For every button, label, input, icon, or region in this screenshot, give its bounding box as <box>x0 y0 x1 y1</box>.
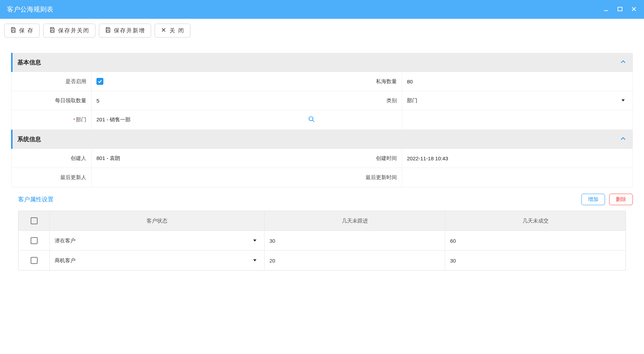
subtable-title: 客户属性设置 <box>18 195 54 203</box>
svg-rect-7 <box>51 30 53 32</box>
svg-point-13 <box>309 117 313 121</box>
toolbar: 保 存 保存并关闭 保存并新增 关 闭 <box>0 19 644 42</box>
search-icon[interactable] <box>308 116 315 124</box>
days-no-follow-input[interactable]: 20 <box>265 251 445 270</box>
svg-rect-4 <box>12 27 14 29</box>
section-basic-header[interactable]: 基本信息 <box>11 53 633 72</box>
svg-rect-6 <box>51 27 53 29</box>
field-updater: 最后更新人 <box>11 168 322 187</box>
chevron-up-icon[interactable] <box>620 58 627 66</box>
enabled-checkbox[interactable] <box>96 78 103 85</box>
section-system-title: 系统信息 <box>17 135 41 143</box>
chevron-down-icon <box>252 238 257 244</box>
content-area: 基本信息 是否启用 私海数量 80 每日领取数量 5 类别 <box>0 42 644 277</box>
add-row-button[interactable]: 增加 <box>581 194 605 205</box>
svg-marker-15 <box>253 239 256 241</box>
dept-label: *部门 <box>11 110 92 129</box>
save-icon <box>49 27 55 34</box>
save-icon <box>10 27 16 34</box>
save-new-button[interactable]: 保存并新增 <box>99 24 151 38</box>
row-checkbox-cell <box>18 231 50 250</box>
category-label: 类别 <box>322 91 402 110</box>
table-row: 商机客户 20 30 <box>18 251 626 270</box>
field-daily-claim: 每日领取数量 5 <box>11 91 322 110</box>
maximize-icon[interactable] <box>617 6 623 13</box>
save-icon <box>105 27 111 34</box>
subtable: 客户状态 几天未跟进 几天未成交 潜在客户 30 60 <box>18 211 626 271</box>
header-days-no-follow: 几天未跟进 <box>265 211 445 231</box>
days-no-deal-input[interactable]: 60 <box>445 231 626 250</box>
field-enabled: 是否启用 <box>11 72 322 91</box>
section-basic-title: 基本信息 <box>17 58 41 66</box>
minimize-icon[interactable] <box>603 6 609 13</box>
save-button[interactable]: 保 存 <box>4 24 40 38</box>
field-dept: *部门 201 - 销售一部 <box>11 110 322 129</box>
subtable-header: 客户属性设置 增加 删除 <box>11 187 633 209</box>
update-time-label: 最后更新时间 <box>322 168 402 187</box>
field-create-time: 创建时间 2022-11-18 10:43 <box>322 149 633 168</box>
basic-form: 是否启用 私海数量 80 每日领取数量 5 类别 部门 <box>11 72 633 130</box>
chevron-down-icon <box>621 98 626 104</box>
table-header-row: 客户状态 几天未跟进 几天未成交 <box>18 211 626 231</box>
window-controls <box>603 6 637 13</box>
field-private-count: 私海数量 80 <box>322 72 633 91</box>
field-empty <box>322 110 633 129</box>
svg-marker-12 <box>621 99 625 101</box>
chevron-down-icon <box>252 258 257 264</box>
category-select[interactable]: 部门 <box>402 97 633 104</box>
table-row: 潜在客户 30 60 <box>18 231 626 251</box>
svg-marker-16 <box>253 259 256 261</box>
status-select[interactable]: 商机客户 <box>50 251 265 270</box>
field-creator: 创建人 801 - 袁朗 <box>11 149 322 168</box>
delete-row-button[interactable]: 删除 <box>609 194 633 205</box>
svg-line-14 <box>313 120 314 122</box>
chevron-up-icon[interactable] <box>620 135 627 143</box>
creator-value: 801 - 袁朗 <box>92 155 322 162</box>
enabled-value <box>92 78 322 85</box>
header-days-no-deal: 几天未成交 <box>445 211 626 231</box>
daily-claim-label: 每日领取数量 <box>11 91 92 110</box>
status-select[interactable]: 潜在客户 <box>50 231 265 250</box>
required-mark: * <box>73 117 75 123</box>
creator-label: 创建人 <box>11 149 92 168</box>
select-all-checkbox[interactable] <box>31 217 38 224</box>
header-checkbox-cell <box>18 211 50 231</box>
svg-rect-1 <box>618 7 622 11</box>
window-titlebar: 客户公海规则表 <box>0 0 644 19</box>
save-close-button[interactable]: 保存并关闭 <box>43 24 95 38</box>
private-count-input[interactable]: 80 <box>402 79 633 85</box>
row-checkbox-cell <box>18 251 50 270</box>
create-time-label: 创建时间 <box>322 149 402 168</box>
field-category: 类别 部门 <box>322 91 633 110</box>
subtable-actions: 增加 删除 <box>581 194 633 205</box>
updater-label: 最后更新人 <box>11 168 92 187</box>
close-icon[interactable] <box>631 6 637 13</box>
private-count-label: 私海数量 <box>322 72 402 91</box>
window-title: 客户公海规则表 <box>7 5 53 14</box>
section-system-header[interactable]: 系统信息 <box>11 130 633 149</box>
system-form: 创建人 801 - 袁朗 创建时间 2022-11-18 10:43 最后更新人… <box>11 149 633 187</box>
row-checkbox[interactable] <box>31 237 38 244</box>
svg-rect-8 <box>107 27 109 29</box>
svg-rect-5 <box>12 30 14 32</box>
dept-lookup[interactable]: 201 - 销售一部 <box>92 116 322 124</box>
row-checkbox[interactable] <box>31 257 38 264</box>
svg-rect-9 <box>107 30 109 32</box>
days-no-deal-input[interactable]: 30 <box>445 251 626 270</box>
field-update-time: 最后更新时间 <box>322 168 633 187</box>
days-no-follow-input[interactable]: 30 <box>265 231 445 250</box>
close-button[interactable]: 关 闭 <box>155 24 190 38</box>
header-status: 客户状态 <box>50 211 265 231</box>
enabled-label: 是否启用 <box>11 72 92 91</box>
daily-claim-input[interactable]: 5 <box>92 98 322 104</box>
close-icon <box>160 27 167 34</box>
create-time-value: 2022-11-18 10:43 <box>402 155 633 161</box>
